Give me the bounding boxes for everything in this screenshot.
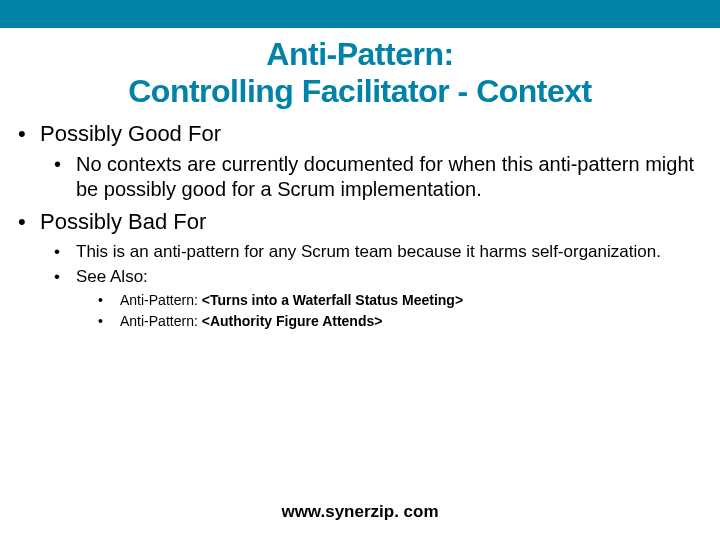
bullet-icon: • (54, 241, 76, 262)
bad-item-1: See Also: (76, 266, 148, 287)
see-also-0-bold: <Turns into a Waterfall Status Meeting> (202, 292, 463, 308)
section-heading-bad: Possibly Bad For (40, 208, 206, 237)
list-item: • No contexts are currently documented f… (54, 152, 702, 202)
bullet-icon: • (98, 291, 120, 309)
bullet-icon: • (18, 120, 40, 149)
see-also-1-bold: <Authority Figure Attends> (202, 313, 383, 329)
list-item: • Possibly Bad For • This is an anti-pat… (18, 208, 702, 330)
list-item: • This is an anti-pattern for any Scrum … (54, 241, 702, 262)
title-line-1: Anti-Pattern: (266, 36, 453, 72)
list-item: • Possibly Good For • No contexts are cu… (18, 120, 702, 203)
good-item-0: No contexts are currently documented for… (76, 152, 702, 202)
see-also-1-prefix: Anti-Pattern: (120, 313, 202, 329)
bullet-list: • Possibly Good For • No contexts are cu… (18, 120, 702, 331)
see-also-0: Anti-Pattern: <Turns into a Waterfall St… (120, 291, 463, 309)
section-heading-good: Possibly Good For (40, 120, 221, 149)
content-area: • Possibly Good For • No contexts are cu… (0, 116, 720, 331)
bullet-icon: • (54, 266, 76, 287)
slide-title: Anti-Pattern: Controlling Facilitator - … (0, 28, 720, 116)
list-item: • Anti-Pattern: <Turns into a Waterfall … (98, 291, 702, 309)
footer-url: www.synerzip. com (0, 502, 720, 522)
bullet-icon: • (18, 208, 40, 237)
list-item: • See Also: • Anti-Pattern: <Turns into … (54, 266, 702, 331)
see-also-0-prefix: Anti-Pattern: (120, 292, 202, 308)
see-also-1: Anti-Pattern: <Authority Figure Attends> (120, 312, 382, 330)
title-line-2: Controlling Facilitator - Context (128, 73, 591, 109)
bullet-icon: • (98, 312, 120, 330)
top-bar (0, 0, 720, 28)
bad-item-0: This is an anti-pattern for any Scrum te… (76, 241, 661, 262)
list-item: • Anti-Pattern: <Authority Figure Attend… (98, 312, 702, 330)
bullet-icon: • (54, 152, 76, 177)
